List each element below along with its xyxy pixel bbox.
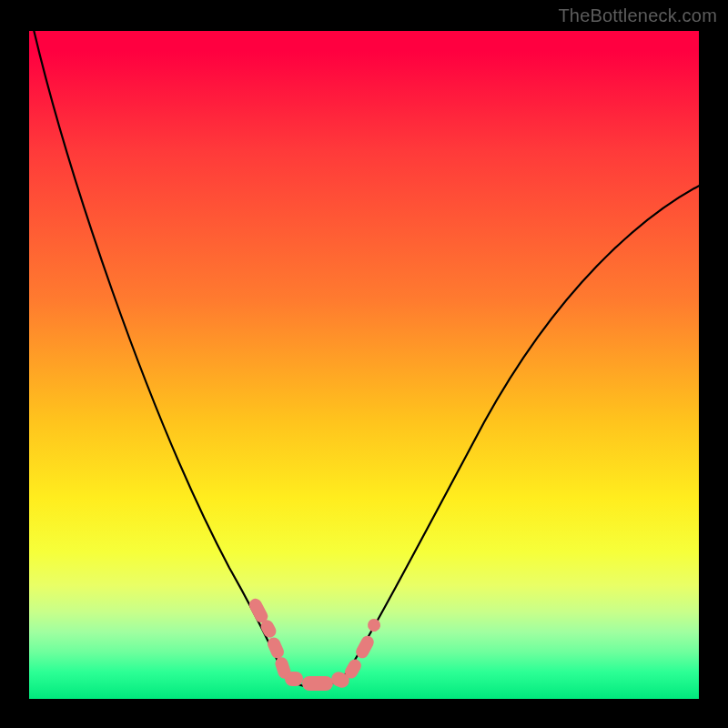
curve-marker — [285, 672, 303, 686]
curve-marker — [354, 633, 377, 661]
marker-layer — [29, 31, 699, 699]
chart-frame — [29, 31, 699, 699]
curve-marker — [366, 617, 383, 634]
curve-marker — [302, 676, 333, 691]
watermark-text: TheBottleneck.com — [558, 5, 717, 26]
